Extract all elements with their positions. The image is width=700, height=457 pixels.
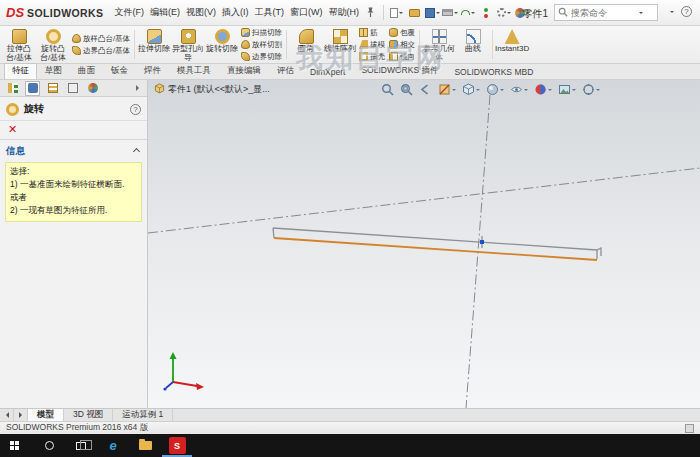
sketch-line-left-cap[interactable] [273, 228, 274, 238]
linear-pattern-icon [333, 29, 348, 44]
collapse-menu-icon[interactable] [670, 11, 674, 15]
ribbon-button-boundary-cut[interactable]: 边界切除 [241, 51, 282, 62]
menu-tools[interactable]: 工具(T) [251, 3, 287, 22]
tab-direct-editing[interactable]: 直接编辑 [219, 63, 269, 79]
ribbon-button-intersect[interactable]: 相交 [389, 39, 415, 50]
ribbon-button-draft[interactable]: 拔模 [359, 39, 385, 50]
configurationmanager-tab[interactable] [45, 81, 60, 96]
help-icon[interactable]: ? [130, 104, 141, 115]
feature-tree-flyout[interactable]: 零件1 (默认<<默认>_显... [154, 83, 270, 96]
menu-file[interactable]: 文件(F) [111, 3, 147, 22]
tab-model[interactable]: 模型 [28, 409, 64, 421]
ribbon-button-rib[interactable]: 筋 [359, 27, 385, 38]
menu-help[interactable]: 帮助(H) [325, 3, 362, 22]
new-document-button[interactable] [388, 4, 405, 22]
chevron-down-icon [507, 12, 511, 16]
search-icon [558, 7, 568, 19]
ribbon-button-hole-wizard[interactable]: 异型孔向导 [171, 27, 205, 62]
view-settings-icon[interactable] [581, 82, 601, 97]
ribbon-button-shell[interactable]: 抽壳 [359, 51, 385, 62]
pin-menu-icon[interactable] [366, 7, 375, 18]
section-view-icon[interactable] [437, 82, 457, 97]
menu-insert[interactable]: 插入(I) [219, 3, 252, 22]
dimxpertmanager-tab[interactable] [65, 81, 80, 96]
tab-mold-tools[interactable]: 模具工具 [169, 63, 219, 79]
search-input[interactable] [571, 8, 635, 18]
sketch-origin-point[interactable] [480, 240, 484, 244]
displaymanager-tab[interactable] [85, 81, 100, 96]
ribbon-button-revolved-boss-base[interactable]: 旋转凸台/基体 [36, 27, 70, 62]
tab-sheet-metal[interactable]: 钣金 [103, 63, 136, 79]
tab-evaluate[interactable]: 评估 [269, 63, 302, 79]
ribbon-button-boundary-boss-base[interactable]: 边界凸台/基体 [72, 45, 130, 56]
ribbon-button-linear-pattern[interactable]: 线性阵列 [323, 27, 357, 62]
help-icon[interactable]: ? [681, 6, 692, 17]
tab-surfaces[interactable]: 曲面 [70, 63, 103, 79]
display-style-icon[interactable] [485, 82, 505, 97]
apply-scene-icon[interactable] [557, 82, 577, 97]
featuremanager-tree-tab[interactable] [5, 81, 20, 96]
ribbon-button-revolved-cut[interactable]: 旋转切除 [205, 27, 239, 62]
ribbon-button-fillet[interactable]: 圆角 [289, 27, 323, 62]
menu-view[interactable]: 视图(V) [183, 3, 219, 22]
ribbon-button-mirror[interactable]: 镜向 [389, 51, 415, 62]
cancel-button[interactable]: ✕ [6, 124, 19, 135]
graphics-area[interactable]: 零件1 (默认<<默认>_显... [148, 80, 700, 408]
open-document-button[interactable] [406, 4, 423, 22]
tab-motion-study[interactable]: 运动算例 1 [113, 409, 173, 421]
ribbon-button-swept-cut[interactable]: 扫描切除 [241, 27, 282, 38]
pane-flyout-icon[interactable] [136, 85, 142, 91]
menu-edit[interactable]: 编辑(E) [147, 3, 183, 22]
zoom-fit-icon[interactable] [380, 82, 395, 97]
zoom-area-icon[interactable] [399, 82, 414, 97]
view-orientation-icon[interactable] [461, 82, 481, 97]
propertymanager-tab[interactable] [25, 81, 40, 96]
save-button[interactable] [424, 4, 441, 22]
tab-weldments[interactable]: 焊件 [136, 63, 169, 79]
tab-scroll-left-icon[interactable] [0, 409, 14, 421]
edit-appearance-icon[interactable] [533, 82, 553, 97]
edge-button[interactable]: e [98, 434, 128, 457]
ribbon-button-wrap[interactable]: 包覆 [389, 27, 415, 38]
ribbon-separator [134, 30, 135, 59]
tab-sketch[interactable]: 草图 [37, 63, 70, 79]
tab-3d-views[interactable]: 3D 视图 [64, 409, 113, 421]
solidworks-taskbar-button[interactable]: S [162, 434, 192, 457]
ribbon-button-extruded-cut[interactable]: 拉伸切除 [137, 27, 171, 62]
ribbon-button-reference-geometry[interactable]: 参考几何体 [422, 27, 456, 62]
ribbon-label: 放样切割 [252, 40, 282, 50]
start-button[interactable] [2, 434, 32, 457]
ribbon-button-curves[interactable]: 曲线 [456, 27, 490, 62]
status-options-icon[interactable] [685, 424, 694, 433]
menu-window[interactable]: 窗口(W) [287, 3, 326, 22]
message-box: 选择: 1) 一基准面来绘制特征横断面. 或者 2) 一现有草图为特征所用. [5, 162, 142, 222]
tab-dimxpert[interactable]: DimXpert [302, 65, 353, 79]
sketch-line-top[interactable] [273, 228, 597, 250]
task-view-button[interactable] [66, 434, 96, 457]
file-explorer-button[interactable] [130, 434, 160, 457]
print-button[interactable] [442, 4, 459, 22]
ribbon-button-lofted-cut[interactable]: 放样切割 [241, 39, 282, 50]
tab-solidworks-mbd[interactable]: SOLIDWORKS MBD [446, 65, 541, 79]
hide-show-items-icon[interactable] [509, 82, 529, 97]
tab-scroll-right-icon[interactable] [14, 409, 28, 421]
rebuild-button[interactable] [478, 4, 495, 22]
property-manager-title: 旋转 [24, 102, 44, 116]
boundary-cut-icon [241, 52, 250, 61]
sketch-line-selected[interactable] [274, 238, 597, 260]
message-group-header[interactable]: 信息 [0, 140, 147, 161]
centerline-diagonal[interactable] [148, 168, 700, 233]
document-title: 零件1 [522, 7, 548, 21]
previous-view-icon[interactable] [418, 82, 433, 97]
ribbon-button-instant3d[interactable]: Instant3D [495, 27, 529, 62]
intersect-icon [389, 40, 398, 49]
options-button[interactable] [496, 4, 513, 22]
chevron-down-icon[interactable] [639, 12, 643, 16]
search-button[interactable] [34, 434, 64, 457]
tab-solidworks-addins[interactable]: SOLIDWORKS 插件 [353, 63, 446, 79]
tab-features[interactable]: 特征 [4, 63, 37, 79]
undo-button[interactable] [460, 4, 477, 22]
ribbon-button-extruded-boss-base[interactable]: 拉伸凸台/基体 [2, 27, 36, 62]
ribbon-button-lofted-boss-base[interactable]: 放样凸台/基体 [72, 33, 130, 44]
ribbon-label: 包覆 [400, 28, 415, 38]
